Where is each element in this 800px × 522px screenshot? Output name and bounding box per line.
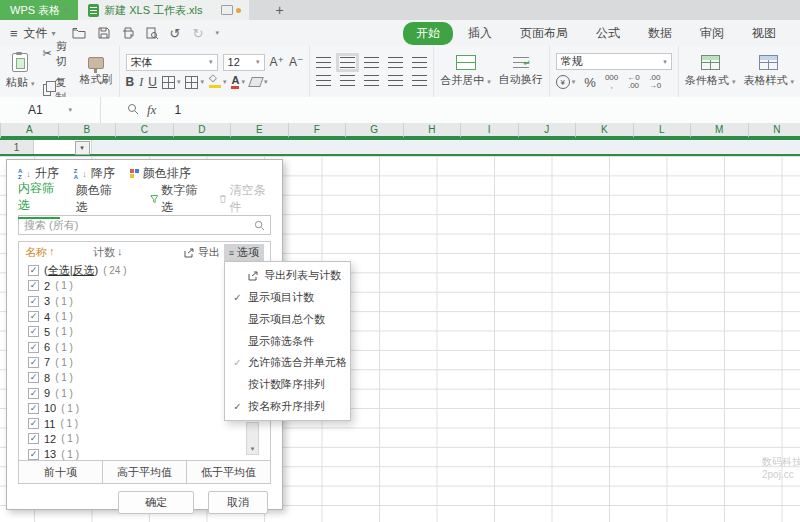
column-header[interactable]: J [519,123,577,138]
column-header[interactable]: K [576,123,634,138]
checkbox-checked[interactable]: ✓ [28,449,39,460]
column-header[interactable]: L [634,123,692,138]
align-left-button[interactable] [316,75,331,86]
column-header[interactable]: M [691,123,749,138]
thousand-separator-button[interactable]: 000, [605,74,618,90]
options-menu-item[interactable]: ✓ 导出列表与计数 [225,265,350,287]
format-painter-button[interactable]: 格式刷 [80,57,113,87]
ribbon-tab[interactable]: 公式 [583,23,633,44]
export-button[interactable]: 导出 [184,245,220,260]
sort-by-color-button[interactable]: 颜色排序 [130,165,191,182]
customize-toolbar-icon[interactable]: ▾ [215,29,219,37]
tab-color-filter[interactable]: 颜色筛选 [76,182,118,216]
insert-function-icon[interactable]: fx [147,102,156,118]
cell-a1[interactable]: ▾ [34,140,92,154]
column-header[interactable]: G [346,123,404,138]
clear-format-button[interactable]: ▾ [250,77,268,87]
row-header-1[interactable]: 1 [0,140,34,154]
checkbox-checked[interactable]: ✓ [28,418,39,429]
column-header[interactable]: N [749,123,800,138]
name-box[interactable]: A1 ▾ [0,97,101,123]
magnifier-icon[interactable] [127,101,139,119]
filter-item[interactable]: ✓ 12 ( 1 ) [28,431,270,446]
save-icon[interactable] [98,27,110,39]
underline-button[interactable]: U [148,75,157,89]
options-menu-item[interactable]: ✓ 允许筛选合并单元格 [225,352,350,374]
clear-conditions-button[interactable]: 清空条件 [219,182,271,216]
autofilter-dropdown-button[interactable]: ▾ [75,141,90,155]
checkbox-checked[interactable]: ✓ [28,357,39,368]
sort-by-name-header[interactable]: 名称↑ [25,245,89,260]
scroll-down-arrow-icon[interactable]: ▾ [251,444,255,454]
options-menu-item[interactable]: ✓ 显示项目总个数 [225,308,350,330]
redo-icon[interactable]: ↻ [193,26,204,41]
column-header[interactable]: A [1,123,59,138]
column-header[interactable]: E [231,123,289,138]
column-header[interactable]: B [59,123,117,138]
font-name-select[interactable]: 宋体▾ [126,54,218,71]
tab-content-filter[interactable]: 内容筛选 [18,180,60,219]
tab-number-filter[interactable]: 数字筛选 [150,182,203,216]
hamburger-icon[interactable]: ≡ [10,26,18,41]
checkbox-checked[interactable]: ✓ [28,342,39,353]
ribbon-tab[interactable]: 页面布局 [507,23,581,44]
cell-shading-button[interactable]: ▾ [185,76,204,89]
ribbon-tab[interactable]: 插入 [455,23,505,44]
column-header[interactable]: H [404,123,462,138]
bold-button[interactable]: B [126,75,135,89]
options-button[interactable]: ≡ 选项 [224,244,264,261]
italic-button[interactable]: I [139,75,143,90]
checkbox-checked[interactable]: ✓ [28,326,39,337]
checkbox-checked[interactable]: ✓ [28,311,39,322]
new-tab-button[interactable]: + [263,0,297,20]
wrap-text-button[interactable]: 自动换行 [499,57,543,87]
column-header[interactable]: I [461,123,519,138]
increase-decimal-button[interactable]: ←0.00 [627,74,639,90]
undo-icon[interactable]: ↺ [170,26,181,41]
increase-indent-button[interactable] [412,57,427,68]
font-size-select[interactable]: 12▾ [223,54,265,71]
cut-button[interactable]: ✂剪切 [43,39,72,69]
print-icon[interactable] [122,27,134,39]
align-middle-button[interactable] [340,57,355,68]
sort-descending-button[interactable]: ZA↓ 降序 [74,165,115,182]
column-header[interactable]: D [174,123,232,138]
ribbon-tab[interactable]: 开始 [403,22,453,45]
formula-input[interactable]: 1 [174,103,181,117]
fill-color-button[interactable]: ▾ [209,76,227,88]
checkbox-checked[interactable]: ✓ [28,296,39,307]
conditional-format-button[interactable]: 条件格式 ▾ [685,55,736,88]
align-center-button[interactable] [340,75,355,86]
checkbox-checked[interactable]: ✓ [28,388,39,399]
options-menu-item[interactable]: ✓ 显示筛选条件 [225,330,350,352]
sort-by-count-header[interactable]: 计数↓ [93,245,123,260]
cancel-button[interactable]: 取消 [208,491,268,514]
checkbox-checked[interactable]: ✓ [28,372,39,383]
column-header[interactable]: F [289,123,347,138]
number-format-select[interactable]: 常规▾ [556,53,672,70]
decrease-font-button[interactable]: A⁻ [289,55,303,69]
below-average-button[interactable]: 低于平均值 [187,461,270,483]
ok-button[interactable]: 确定 [118,491,194,514]
increase-font-button[interactable]: A⁺ [270,55,284,69]
print-preview-icon[interactable] [146,27,158,39]
orientation-button[interactable] [412,75,427,86]
decrease-indent-button[interactable] [388,57,403,68]
checkbox-checked[interactable]: ✓ [28,433,39,444]
ribbon-tab[interactable]: 安全 [791,23,800,44]
merge-center-button[interactable]: 合并居中 ▾ [440,55,491,88]
search-input[interactable] [19,219,254,231]
document-tab[interactable]: 新建 XLS 工作表.xls [78,0,212,20]
select-all-corner[interactable] [0,123,1,138]
column-header[interactable]: C [116,123,174,138]
ribbon-tab[interactable]: 数据 [635,23,685,44]
align-right-button[interactable] [364,75,379,86]
search-icon[interactable] [254,220,265,231]
paste-button[interactable]: 粘贴 ▾ [6,53,35,90]
share-screen-icon[interactable] [221,5,233,15]
ribbon-tab[interactable]: 视图 [739,23,789,44]
filter-item[interactable]: ✓ 13 ( 1 ) [28,447,270,461]
table-style-button[interactable]: 表格样式 ▾ [743,55,794,88]
checkbox-checked[interactable]: ✓ [28,280,39,291]
justify-button[interactable] [388,75,403,86]
